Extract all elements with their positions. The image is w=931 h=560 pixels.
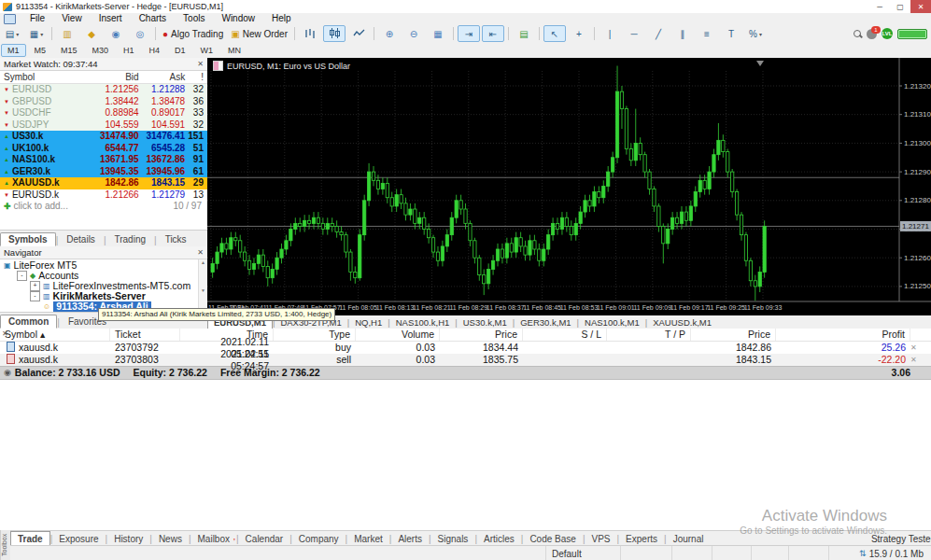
chart-shift-icon[interactable]: ⇤ xyxy=(482,25,504,42)
toolbox-tab-news[interactable]: News xyxy=(152,532,189,546)
menu-window[interactable]: Window xyxy=(213,13,263,23)
chart-tab[interactable]: NAS100.k,M1 xyxy=(579,316,645,329)
timeframe-mn[interactable]: MN xyxy=(221,44,247,57)
close-icon[interactable]: ✕ xyxy=(2,329,8,338)
market-watch-row[interactable]: ▲XAUUSD.k1842.861843.1529 xyxy=(0,177,207,189)
tab-common[interactable]: Common xyxy=(0,315,57,329)
close-icon[interactable]: ✕ xyxy=(197,246,204,259)
toolbox-tab-journal[interactable]: Journal xyxy=(667,532,711,546)
toolbox-tab-experts[interactable]: Experts xyxy=(619,532,664,546)
crosshair-icon[interactable]: + xyxy=(568,25,590,42)
close-position-icon[interactable]: ✕ xyxy=(910,354,917,366)
equidistant-channel-icon[interactable]: ∥ xyxy=(671,25,694,42)
candles-chart-icon[interactable] xyxy=(323,25,346,42)
tab-trading[interactable]: Trading xyxy=(106,232,154,246)
shapes-icon[interactable]: %▾ xyxy=(744,25,767,42)
col-ask[interactable]: Ask xyxy=(139,71,186,83)
price-chart[interactable]: 1.213201.213101.213001.212901.212801.212… xyxy=(207,58,931,315)
col-tp[interactable]: T / P xyxy=(607,329,691,341)
close-position-icon[interactable]: ✕ xyxy=(910,342,917,354)
toolbox-tab-code-base[interactable]: Code Base xyxy=(523,532,582,546)
tile-windows-icon[interactable]: ▦ xyxy=(427,25,449,42)
market-watch-row[interactable]: ▼EURUSD.k1.212661.2127913 xyxy=(0,189,207,202)
trendline-icon[interactable]: ╱ xyxy=(647,25,670,42)
toolbox-side-label[interactable]: Toolbox xyxy=(0,530,10,560)
toolbox-tab-company[interactable]: Company xyxy=(292,532,346,546)
market-watch-row[interactable]: ▲NAS100.k13671.9513672.8691 xyxy=(0,154,207,166)
timeframe-d1[interactable]: D1 xyxy=(168,44,192,57)
timeframe-h4[interactable]: H4 xyxy=(143,44,167,57)
col-symbol[interactable]: Symbol xyxy=(0,71,92,83)
toolbox-toggle-icon[interactable]: ◎ xyxy=(129,25,151,42)
menu-view[interactable]: View xyxy=(53,13,91,23)
horizontal-line-icon[interactable]: ─ xyxy=(623,25,645,42)
col-sl[interactable]: S / L xyxy=(523,329,607,341)
auto-scroll-icon[interactable]: ⇥ xyxy=(458,25,480,42)
expand-icon[interactable]: + xyxy=(30,281,40,291)
market-watch-row[interactable]: ▲GER30.k13945.3513945.9661 xyxy=(0,166,207,178)
market-watch-row[interactable]: ▼GBPUSD1.384421.3847836 xyxy=(0,96,207,108)
position-row[interactable]: xauusd.k237038032021.02.11 05:24:57sell0… xyxy=(0,354,931,366)
chart-tab[interactable]: XAUUSD.k,M1 xyxy=(647,316,717,329)
toolbox-tab-alerts[interactable]: Alerts xyxy=(391,532,429,546)
indicators-icon[interactable]: ▤ xyxy=(513,25,535,42)
tab-symbols[interactable]: Symbols xyxy=(0,232,56,246)
col-bid[interactable]: Bid xyxy=(92,71,139,83)
vertical-line-icon[interactable]: | xyxy=(599,25,621,42)
market-watch-toggle-icon[interactable]: ▥ xyxy=(56,25,78,42)
profiles-icon[interactable]: ▦▾ xyxy=(25,25,48,42)
col-symbol[interactable]: Symbol ▴ xyxy=(0,329,110,341)
toolbox-tab-articles[interactable]: Articles xyxy=(477,532,521,546)
menu-help[interactable]: Help xyxy=(263,13,300,23)
col-ticket[interactable]: Ticket xyxy=(110,329,180,341)
market-watch-header[interactable]: Market Watch: 09:37:44 ✕ xyxy=(0,58,207,71)
chart-tab[interactable]: NQ,H1 xyxy=(349,316,388,329)
tab-ticks[interactable]: Ticks xyxy=(157,232,195,246)
fibonacci-icon[interactable]: ≡ xyxy=(696,25,718,42)
close-icon[interactable]: ✕ xyxy=(197,58,204,70)
timeframe-w1[interactable]: W1 xyxy=(194,44,220,57)
timeframe-h1[interactable]: H1 xyxy=(117,44,141,57)
navigator-header[interactable]: Navigator ✕ xyxy=(0,246,207,259)
data-window-icon[interactable]: ◆ xyxy=(80,25,103,42)
timeframe-m15[interactable]: M15 xyxy=(54,44,84,57)
menu-charts[interactable]: Charts xyxy=(131,13,175,23)
chart-tab[interactable]: US30.k,M1 xyxy=(458,316,513,329)
chart-tab[interactable]: NAS100.k,H1 xyxy=(390,316,456,329)
tree-item[interactable]: ▣LiteForex MT5 xyxy=(0,260,207,271)
strategy-tester-label[interactable]: Strategy Tester xyxy=(871,534,931,544)
col-price[interactable]: Price xyxy=(440,329,523,341)
collapse-icon[interactable]: - xyxy=(17,271,27,281)
lvl-icon[interactable]: LVL xyxy=(882,28,893,39)
col-type[interactable]: Type xyxy=(274,329,356,341)
toolbox-tab-trade[interactable]: Trade xyxy=(10,531,50,546)
menu-insert[interactable]: Insert xyxy=(91,13,131,23)
timeframe-m1[interactable]: M1 xyxy=(1,44,26,57)
market-watch-row[interactable]: ▼USDJPY104.559104.59132 xyxy=(0,119,207,132)
tab-details[interactable]: Details xyxy=(58,232,104,246)
market-watch-row[interactable]: ▲US30.k31474.9031476.41151 xyxy=(0,131,207,143)
chart-tab[interactable]: GER30.k,M1 xyxy=(515,316,576,329)
chart-window[interactable]: EURUSD, M1: Euro vs US Dollar 1.213201.2… xyxy=(207,58,931,315)
maximize-button[interactable]: ▢ xyxy=(890,0,910,13)
navigator-toggle-icon[interactable]: ◉ xyxy=(105,25,127,42)
line-chart-icon[interactable] xyxy=(347,25,370,42)
bars-chart-icon[interactable] xyxy=(299,25,321,42)
market-watch-row[interactable]: ▲UK100.k6544.776545.2851 xyxy=(0,143,207,155)
zoom-in-icon[interactable]: ⊕ xyxy=(378,25,401,42)
new-chart-icon[interactable]: ▤▾ xyxy=(1,25,23,42)
col-volume[interactable]: Volume xyxy=(356,329,440,341)
timeframe-m30[interactable]: M30 xyxy=(86,44,116,57)
minimize-button[interactable]: ─ xyxy=(869,0,890,13)
algo-trading-button[interactable]: ●Algo Trading xyxy=(160,25,226,42)
toolbox-tab-market[interactable]: Market xyxy=(347,532,389,546)
col-spread[interactable]: ! xyxy=(185,71,207,83)
col-price[interactable]: Price xyxy=(691,329,776,341)
navigator-scrollbar[interactable]: ▲▼ xyxy=(198,259,207,312)
collapse-icon[interactable]: - xyxy=(30,291,40,301)
search-icon[interactable] xyxy=(853,30,862,38)
toolbox-tab-calendar[interactable]: Calendar xyxy=(239,532,290,546)
menu-tools[interactable]: Tools xyxy=(175,13,213,23)
text-label-icon[interactable]: T xyxy=(720,25,742,42)
timeframe-m5[interactable]: M5 xyxy=(28,44,53,57)
